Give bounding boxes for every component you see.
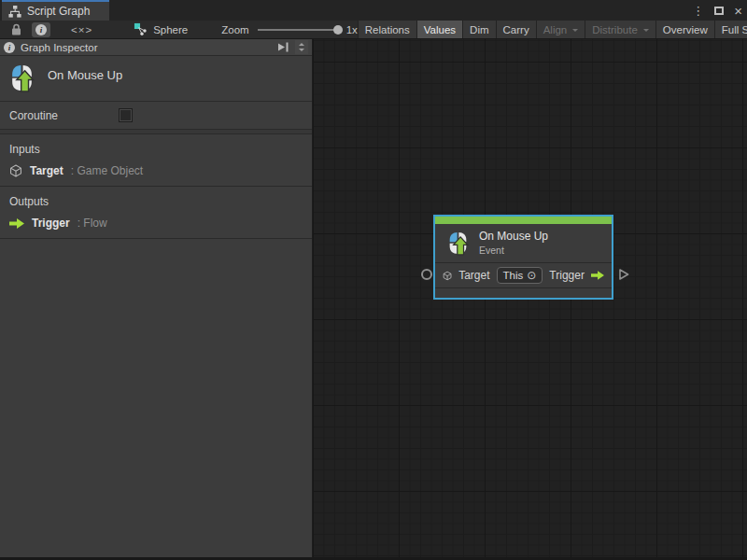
window-menu-icon[interactable]: ⋮ [692, 5, 704, 17]
node-input-port[interactable] [421, 269, 432, 280]
node-footer [435, 288, 612, 298]
unit-title: On Mouse Up [48, 68, 122, 82]
graph-hierarchy-icon [8, 6, 21, 18]
info-icon: i [35, 24, 47, 35]
node-output-port[interactable] [618, 269, 629, 280]
spinner-up-icon[interactable] [299, 40, 304, 46]
unit-header: On Mouse Up [0, 56, 312, 102]
info-icon: i [4, 42, 15, 53]
on-mouse-up-node[interactable]: On Mouse Up Event Target This ⊙ Trigger [433, 215, 613, 300]
node-header: On Mouse Up Event [435, 224, 612, 263]
node-color-bar [435, 217, 612, 224]
node-subtitle: Event [479, 245, 548, 256]
spinner-down-icon[interactable] [299, 49, 304, 54]
toolbar-button-dim[interactable]: Dim [462, 21, 495, 38]
panel-spinner [295, 40, 308, 54]
toolbar-button-align[interactable]: Align [536, 21, 585, 38]
trigger-port-label: Trigger [549, 269, 585, 282]
outputs-heading: Outputs [0, 187, 312, 211]
chevron-down-icon [643, 29, 649, 35]
trigger-flow-arrow-icon [591, 270, 604, 281]
toolbar-button-fullscreen[interactable]: Full Screen [714, 21, 747, 38]
object-picker-icon[interactable]: ⊙ [527, 269, 536, 282]
inputs-heading: Inputs [0, 134, 312, 159]
lock-button[interactable] [7, 22, 25, 37]
code-preview-icon[interactable]: <×> [71, 24, 92, 35]
toolbar-button-distribute[interactable]: Distribute [585, 21, 655, 38]
tab-title: Script Graph [27, 5, 90, 18]
target-value: This [503, 270, 524, 281]
graph-context: Sphere [134, 22, 188, 36]
target-value-pill[interactable]: This ⊙ [497, 267, 543, 284]
io-type: : Game Object [71, 164, 143, 177]
inspector-empty-area [0, 239, 312, 557]
graph-pointer-icon [134, 22, 148, 36]
graph-inspector-header: i Graph Inspector [0, 39, 312, 56]
mouse-up-icon [9, 63, 35, 92]
inspector-toggle-button[interactable]: i [32, 22, 50, 37]
toolbar-button-overview[interactable]: Overview [655, 21, 714, 38]
zoom-slider-thumb[interactable] [333, 25, 343, 35]
lock-icon [11, 23, 21, 35]
graph-canvas[interactable]: On Mouse Up Event Target This ⊙ Trigger [313, 39, 747, 557]
window-controls: ⋮ × [692, 0, 742, 21]
main-area: i Graph Inspector On Mouse Up [0, 39, 747, 557]
zoom-control: Zoom 1x [221, 24, 358, 35]
outputs-section: Outputs Trigger : Flow [0, 187, 312, 239]
io-name: Trigger [32, 217, 70, 230]
target-port-label: Target [458, 269, 489, 282]
flow-arrow-icon [9, 218, 24, 229]
input-row-target: Target : Game Object [0, 159, 312, 186]
output-row-trigger: Trigger : Flow [0, 211, 312, 238]
io-type: : Flow [78, 217, 107, 230]
chevron-down-icon [572, 29, 578, 35]
zoom-label: Zoom [221, 24, 248, 35]
toolbar-button-relations[interactable]: Relations [358, 21, 416, 38]
toolbar-button-values[interactable]: Values [416, 21, 462, 38]
toolbar-buttons: Relations Values Dim Carry Align Distrib… [358, 21, 747, 38]
inputs-section: Inputs Target : Game Object [0, 134, 312, 187]
graph-inspector-title: Graph Inspector [21, 42, 97, 53]
game-object-cube-icon [443, 270, 452, 282]
io-name: Target [30, 164, 63, 177]
graph-inspector-panel: i Graph Inspector On Mouse Up [0, 39, 313, 557]
node-port-row: Target This ⊙ Trigger [435, 263, 612, 288]
graph-name-label: Sphere [153, 24, 188, 35]
toolbar-button-carry[interactable]: Carry [496, 21, 536, 38]
mouse-up-icon [447, 231, 469, 256]
script-graph-tab[interactable]: Script Graph [2, 0, 109, 21]
coroutine-row: Coroutine [0, 102, 312, 130]
dock-panel-icon[interactable] [277, 42, 289, 52]
coroutine-label: Coroutine [9, 109, 120, 122]
close-icon[interactable]: × [734, 4, 742, 18]
coroutine-checkbox[interactable] [120, 109, 132, 121]
game-object-cube-icon [9, 164, 22, 177]
zoom-slider[interactable] [258, 29, 342, 31]
zoom-value: 1x [346, 24, 358, 35]
node-title: On Mouse Up [479, 230, 548, 243]
graph-toolbar: i <×> Sphere Zoom 1x Relations Values Di… [0, 21, 747, 39]
title-bar: Script Graph ⋮ × [0, 0, 747, 21]
maximize-icon[interactable] [714, 7, 724, 15]
